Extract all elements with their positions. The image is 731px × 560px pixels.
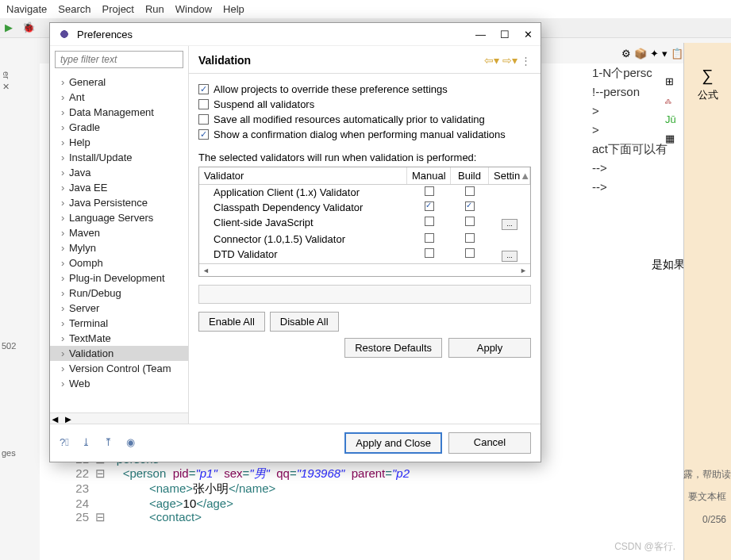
- filter-input[interactable]: [55, 51, 183, 68]
- menu-navigate[interactable]: Navigate: [6, 3, 47, 15]
- checkbox[interactable]: [465, 186, 475, 196]
- tree-item[interactable]: Data Management: [50, 105, 188, 120]
- checkbox[interactable]: [425, 233, 434, 243]
- tree-item[interactable]: Language Servers: [50, 210, 188, 225]
- tree-item[interactable]: Java: [50, 165, 188, 180]
- line-number: 25: [40, 510, 95, 524]
- close-icon[interactable]: ✕: [524, 29, 533, 40]
- table-row[interactable]: Connector (1.0,1.5) Validator: [199, 232, 530, 247]
- tree-item[interactable]: Version Control (Team: [50, 361, 188, 376]
- menu-help[interactable]: Help: [223, 3, 244, 15]
- tree-item[interactable]: Terminal: [50, 316, 188, 331]
- outline-icon[interactable]: ⊞: [665, 75, 679, 90]
- cancel-button[interactable]: Cancel: [448, 432, 531, 454]
- tool-icon[interactable]: ▾: [662, 48, 668, 59]
- checkbox[interactable]: [198, 99, 209, 109]
- bg-text: -->: [592, 159, 668, 178]
- tool-icon[interactable]: 📋: [671, 48, 683, 59]
- tree-item[interactable]: Install/Update: [50, 150, 188, 165]
- sigma-icon[interactable]: ∑: [684, 67, 731, 85]
- bg-text: act下面可以有: [592, 140, 668, 159]
- app-icon: [58, 28, 71, 40]
- tree-item[interactable]: Help: [50, 135, 188, 150]
- maximize-icon[interactable]: ☐: [500, 29, 510, 40]
- forward-icon[interactable]: ⇨▾: [502, 54, 517, 67]
- menu-search[interactable]: Search: [58, 3, 90, 15]
- tool-icon[interactable]: 📦: [634, 48, 647, 59]
- tree-item[interactable]: Oomph: [50, 255, 188, 270]
- menu-window[interactable]: Window: [175, 3, 212, 15]
- col-manual[interactable]: Manual: [407, 167, 451, 184]
- col-build[interactable]: Build: [451, 167, 489, 184]
- line-marker: 502: [2, 341, 16, 351]
- restore-defaults-button[interactable]: Restore Defaults: [344, 338, 442, 358]
- import-icon[interactable]: ⤓: [82, 436, 96, 451]
- table-row[interactable]: Classpath Dependency Validator: [199, 200, 530, 215]
- checkbox[interactable]: [425, 201, 434, 211]
- tool-icon[interactable]: ▦: [665, 132, 679, 147]
- formula-label: 公式: [684, 88, 731, 102]
- menu-icon[interactable]: ⋮: [521, 55, 531, 67]
- checkbox[interactable]: [465, 233, 475, 243]
- tree-item[interactable]: Validation: [50, 346, 188, 361]
- minimize-icon[interactable]: —: [475, 29, 486, 40]
- menu-project[interactable]: Project: [102, 3, 134, 15]
- checkbox[interactable]: [465, 217, 475, 226]
- apply-button[interactable]: Apply: [448, 338, 531, 358]
- col-settings[interactable]: Settin▲: [489, 167, 530, 184]
- option-row: Show a confirmation dialog when performi…: [198, 128, 531, 140]
- side-hint: 露，帮助读: [683, 468, 731, 481]
- disable-all-button[interactable]: Disable All: [270, 312, 339, 332]
- checkbox[interactable]: [425, 217, 434, 226]
- right-sidebar: ∑ 公式: [683, 43, 731, 560]
- junit-icon[interactable]: Jū: [665, 113, 679, 128]
- tool-icon[interactable]: ⚙: [621, 48, 631, 59]
- menubar: Navigate Search Project Run Window Help: [0, 0, 731, 18]
- tree-item[interactable]: Server: [50, 301, 188, 316]
- tool-icon[interactable]: ✦: [650, 48, 659, 59]
- tool-icon[interactable]: ஃ: [665, 94, 679, 109]
- page-title: Validation: [198, 54, 484, 67]
- checkbox[interactable]: [465, 201, 475, 211]
- help-icon[interactable]: ?⃝: [60, 436, 74, 451]
- apply-close-button[interactable]: Apply and Close: [344, 432, 442, 454]
- tree-item[interactable]: Java EE: [50, 180, 188, 195]
- table-row[interactable]: Client-side JavaScript...: [199, 215, 530, 232]
- table-row[interactable]: Application Client (1.x) Validator: [199, 185, 530, 200]
- run-icon[interactable]: ▶: [5, 21, 17, 34]
- back-icon[interactable]: ⇦▾: [484, 54, 499, 67]
- tree-item[interactable]: Web: [50, 376, 188, 391]
- line-number: 24: [40, 497, 95, 510]
- col-validator[interactable]: Validator: [199, 167, 407, 184]
- enable-all-button[interactable]: Enable All: [198, 312, 265, 332]
- preference-tree[interactable]: GeneralAntData ManagementGradleHelpInsta…: [50, 73, 188, 412]
- bg-text: -->: [592, 178, 668, 197]
- view-tab[interactable]: er ✕: [2, 71, 12, 92]
- checkbox[interactable]: [425, 248, 434, 258]
- record-icon[interactable]: ◉: [126, 436, 140, 451]
- tree-item[interactable]: Gradle: [50, 120, 188, 135]
- tree-item[interactable]: Java Persistence: [50, 195, 188, 210]
- tree-item[interactable]: Run/Debug: [50, 286, 188, 301]
- checkbox[interactable]: [465, 248, 475, 258]
- checkbox[interactable]: [198, 129, 209, 140]
- tree-item[interactable]: General: [50, 75, 188, 90]
- tree-item[interactable]: Plug-in Development: [50, 270, 188, 286]
- checkbox[interactable]: [425, 186, 434, 196]
- settings-button[interactable]: ...: [502, 251, 517, 262]
- checkbox[interactable]: [198, 114, 209, 125]
- tree-scrollbar[interactable]: ◄ ►: [50, 412, 188, 424]
- validator-desc: The selected validators will run when va…: [198, 152, 531, 163]
- settings-button[interactable]: ...: [502, 219, 517, 230]
- side-hint: 要文本框: [683, 490, 731, 504]
- debug-icon[interactable]: 🐞: [22, 21, 35, 34]
- checkbox[interactable]: [198, 84, 209, 94]
- tree-item[interactable]: Maven: [50, 225, 188, 240]
- tree-item[interactable]: TextMate: [50, 331, 188, 346]
- table-scrollbar[interactable]: [199, 263, 530, 276]
- tree-item[interactable]: Ant: [50, 90, 188, 105]
- export-icon[interactable]: ⤒: [104, 436, 118, 451]
- tree-item[interactable]: Mylyn: [50, 240, 188, 255]
- table-row[interactable]: DTD Validator...: [199, 247, 530, 263]
- menu-run[interactable]: Run: [145, 3, 164, 15]
